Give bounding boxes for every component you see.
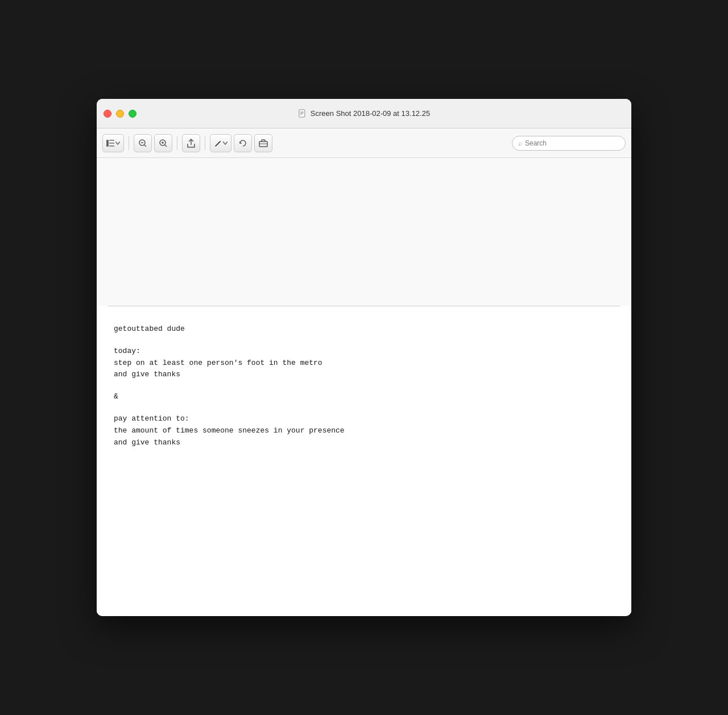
document-upper-area	[97, 158, 631, 306]
svg-line-10	[144, 145, 146, 147]
document-content: getouttabed dude today: step on at least…	[97, 158, 631, 616]
text-line-5: and give thanks	[114, 369, 614, 381]
window-title: Screen Shot 2018-02-09 at 13.12.25	[311, 109, 430, 118]
app-window: Screen Shot 2018-02-09 at 13.12.25	[97, 99, 631, 616]
search-bar[interactable]: ⌕	[512, 136, 626, 151]
spacer-3	[114, 403, 614, 413]
text-line-10: the amount of times someone sneezes in y…	[114, 425, 614, 437]
text-line-3: today:	[114, 346, 614, 358]
search-icon: ⌕	[518, 139, 522, 147]
toolbox-icon	[259, 139, 268, 147]
rotate-icon	[239, 139, 247, 147]
close-button[interactable]	[104, 110, 111, 118]
zoom-out-button[interactable]	[134, 134, 152, 152]
annotate-chevron-icon	[223, 142, 228, 145]
window-title-area: Screen Shot 2018-02-09 at 13.12.25	[298, 109, 430, 118]
annotate-button[interactable]	[210, 134, 231, 152]
pen-icon	[214, 139, 222, 147]
separator-1	[129, 136, 129, 150]
title-bar: Screen Shot 2018-02-09 at 13.12.25	[97, 99, 631, 128]
separator-3	[205, 136, 205, 150]
text-line-9: pay attention to:	[114, 413, 614, 425]
svg-rect-6	[109, 143, 114, 144]
svg-line-14	[165, 145, 167, 147]
document-text-area: getouttabed dude today: step on at least…	[97, 306, 631, 616]
spacer-2	[114, 381, 614, 391]
document-icon	[298, 109, 307, 118]
zoom-in-icon	[159, 139, 167, 147]
separator-2	[177, 136, 177, 150]
text-line-1: getouttabed dude	[114, 323, 614, 335]
sidebar-toggle-icon	[106, 140, 114, 147]
zoom-in-button[interactable]	[154, 134, 172, 152]
share-icon	[187, 139, 195, 148]
text-line-11: and give thanks	[114, 437, 614, 449]
toolbox-button[interactable]	[254, 134, 272, 152]
search-input[interactable]	[525, 139, 619, 147]
svg-rect-5	[109, 140, 114, 141]
spacer-1	[114, 335, 614, 346]
svg-rect-7	[109, 146, 114, 147]
share-button[interactable]	[182, 134, 200, 152]
sidebar-toggle-button[interactable]	[102, 134, 124, 152]
text-line-4: step on at least one person's foot in th…	[114, 358, 614, 369]
toolbar: ⌕	[97, 128, 631, 158]
chevron-down-icon	[115, 142, 120, 145]
traffic-lights	[104, 110, 136, 118]
zoom-out-icon	[139, 139, 147, 147]
minimize-button[interactable]	[116, 110, 124, 118]
text-line-7: &	[114, 391, 614, 403]
svg-rect-4	[106, 140, 109, 147]
maximize-button[interactable]	[129, 110, 136, 118]
rotate-button[interactable]	[234, 134, 252, 152]
